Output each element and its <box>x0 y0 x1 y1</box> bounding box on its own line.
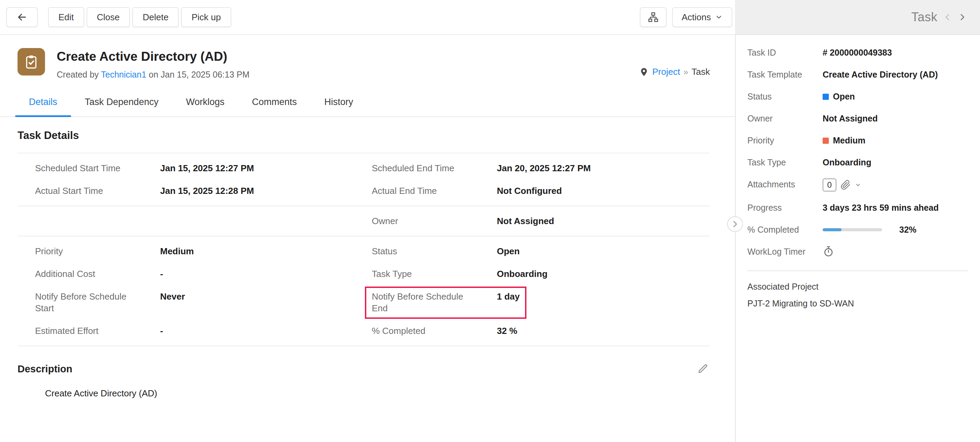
chevron-down-icon <box>715 13 722 21</box>
field-label: Task ID <box>748 47 822 59</box>
pickup-button[interactable]: Pick up <box>181 7 231 27</box>
field-value: 3 days 23 hrs 59 mins ahead <box>822 202 967 214</box>
task-title: Create Active Directory (AD) <box>57 49 250 65</box>
back-button[interactable] <box>6 7 38 27</box>
sidebar-field-owner: Owner Not Assigned <box>748 112 967 124</box>
field-label: Attachments <box>748 179 822 190</box>
field-label: % Completed <box>748 224 822 235</box>
sidebar-field-task-type: Task Type Onboarding <box>748 157 967 168</box>
field-value: Medium <box>822 135 967 146</box>
associated-project-value: PJT-2 Migrating to SD-WAN <box>748 298 967 309</box>
field-label: Scheduled End Time <box>372 162 497 174</box>
field-label: Priority <box>35 246 160 257</box>
topbar-toolbar: Edit Close Delete Pick up Actions <box>0 0 735 35</box>
task-clipboard-icon <box>18 48 45 76</box>
sidebar-field-priority: Priority Medium <box>748 135 967 146</box>
field-label: WorkLog Timer <box>748 246 822 257</box>
field-value: Not Assigned <box>822 112 967 124</box>
sidebar-field-attachments: Attachments 0 <box>748 179 967 192</box>
description-heading: Description <box>18 363 73 375</box>
completed-progress-bar <box>822 228 882 231</box>
edit-button[interactable]: Edit <box>48 7 84 27</box>
field-label: % Completed <box>372 325 497 337</box>
field-label: Progress <box>748 202 822 214</box>
actions-button[interactable]: Actions <box>672 7 732 27</box>
tab-comments[interactable]: Comments <box>238 89 311 116</box>
attachment-count-badge: 0 <box>822 179 836 192</box>
field-value: Onboarding <box>822 157 967 168</box>
field-value: # 2000000049383 <box>822 47 967 59</box>
sidebar-field-task-id: Task ID # 2000000049383 <box>748 47 967 59</box>
field-value: Medium <box>160 246 194 257</box>
task-detail-page: Edit Close Delete Pick up Actions Task <box>0 0 980 442</box>
field-row: Estimated Effort - % Completed 32 % <box>0 320 735 342</box>
field-value: 1 day <box>497 291 520 314</box>
completed-percent: 32% <box>899 224 916 235</box>
next-record-button[interactable] <box>957 12 967 22</box>
field-value: 32 % <box>497 325 517 337</box>
field-label: Scheduled Start Time <box>35 162 160 174</box>
task-sidebar: Task ID # 2000000049383 Task Template Cr… <box>735 35 980 442</box>
priority-color-swatch <box>822 138 829 144</box>
field-row: Notify Before Schedule Start Never Notif… <box>0 285 735 320</box>
clipboard-check-icon <box>23 54 39 70</box>
tab-task-dependency[interactable]: Task Dependency <box>71 89 172 116</box>
breadcrumb-project-link[interactable]: Project <box>652 67 680 77</box>
field-label: Actual Start Time <box>35 185 160 196</box>
close-task-button[interactable]: Close <box>87 7 130 27</box>
attachments-control: 0 <box>822 179 967 192</box>
sidebar-field-completed: % Completed 32% <box>748 224 967 235</box>
tree-view-button[interactable] <box>640 7 667 27</box>
tab-worklogs[interactable]: Worklogs <box>172 89 238 116</box>
edit-description-button[interactable] <box>696 362 710 376</box>
status-color-swatch <box>822 94 829 100</box>
breadcrumb-separator: » <box>684 67 688 77</box>
sidebar-field-task-template: Task Template Create Active Directory (A… <box>748 69 967 80</box>
field-value: Not Configured <box>497 185 562 196</box>
sidebar-field-worklog-timer: WorkLog Timer <box>748 246 967 260</box>
field-value: Open <box>822 90 967 102</box>
sidebar-collapse-button[interactable] <box>727 216 743 232</box>
task-header-text: Create Active Directory (AD) Created by … <box>57 48 250 79</box>
created-date: on Jan 15, 2025 06:13 PM <box>149 70 250 79</box>
field-row: Scheduled Start Time Jan 15, 2025 12:27 … <box>0 157 735 179</box>
schedule-field-group: Scheduled Start Time Jan 15, 2025 12:27 … <box>0 154 735 206</box>
field-label: Actual End Time <box>372 185 497 196</box>
topbar: Edit Close Delete Pick up Actions Task <box>0 0 980 35</box>
record-navigation: Task <box>735 0 980 35</box>
pencil-icon <box>698 363 708 374</box>
field-label: Priority <box>748 135 822 146</box>
delete-button[interactable]: Delete <box>132 7 179 27</box>
previous-record-button[interactable] <box>942 12 953 22</box>
sidebar-field-progress: Progress 3 days 23 hrs 59 mins ahead <box>748 202 967 214</box>
completed-control: 32% <box>822 224 967 235</box>
location-pin-icon <box>639 67 649 77</box>
worklog-timer-button[interactable] <box>822 246 834 257</box>
tab-details[interactable]: Details <box>15 89 71 116</box>
field-value: Create Active Directory (AD) <box>822 69 967 80</box>
field-value: Onboarding <box>497 268 547 280</box>
field-label: Additional Cost <box>35 268 160 280</box>
tab-bar: Details Task Dependency Worklogs Comment… <box>0 89 735 117</box>
paperclip-icon[interactable] <box>840 180 851 190</box>
created-by-link[interactable]: Technician1 <box>101 70 146 79</box>
field-label: Status <box>748 90 822 102</box>
task-action-buttons: Edit Close Delete Pick up <box>48 7 231 27</box>
field-value <box>822 246 967 260</box>
field-label: Task Template <box>748 69 822 80</box>
owner-field-group: Owner Not Assigned <box>0 206 735 236</box>
attachments-dropdown-icon[interactable] <box>855 182 861 188</box>
field-label: Estimated Effort <box>35 325 160 337</box>
tree-view-icon <box>648 11 659 23</box>
tab-history[interactable]: History <box>311 89 367 116</box>
status-value: Open <box>833 92 855 101</box>
created-line: Created by Technician1 on Jan 15, 2025 0… <box>57 69 250 79</box>
actions-label: Actions <box>682 12 711 23</box>
content: Create Active Directory (AD) Created by … <box>0 35 980 442</box>
field-value: Never <box>160 291 185 302</box>
field-value: - <box>160 325 163 337</box>
field-value: Not Assigned <box>497 215 554 227</box>
field-row: Additional Cost - Task Type Onboarding <box>0 263 735 285</box>
progress-fill <box>822 228 842 231</box>
stopwatch-icon <box>822 246 834 257</box>
